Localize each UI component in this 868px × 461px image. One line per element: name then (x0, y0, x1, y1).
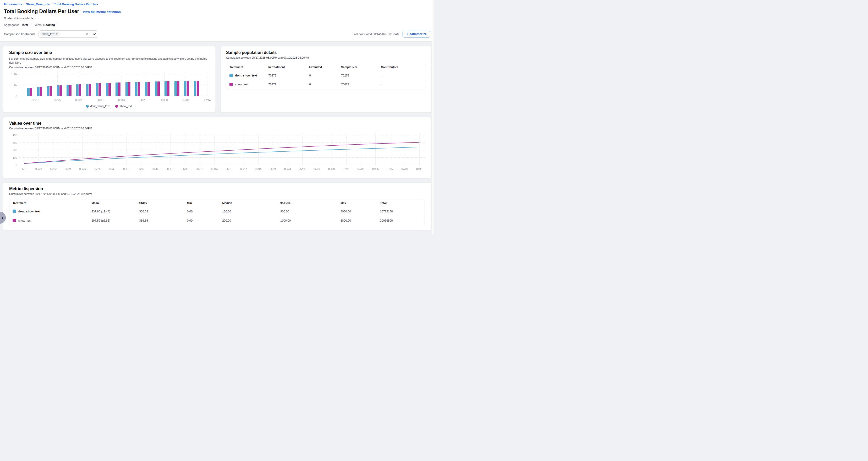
treatment-name: dont_show_text (235, 74, 257, 77)
legend-dot (115, 105, 118, 107)
bar-dont_show_text (96, 83, 98, 96)
values-lines (19, 133, 425, 165)
chip-remove-icon[interactable]: × (56, 33, 58, 35)
gridline (19, 85, 209, 85)
treatment-chip[interactable]: show_text × (40, 32, 60, 36)
bar-show_text (98, 83, 101, 96)
treatment-name-wrap: dont_show_text (12, 210, 86, 213)
gridline (207, 72, 208, 96)
table-cell: 297.52 (±2.86) (88, 216, 136, 225)
treatment-color-swatch (229, 83, 233, 86)
table-row: show_text297.52 (±2.86)386.850.00200.001… (9, 216, 425, 225)
axis-tick-label: 06/19 (255, 167, 262, 171)
treatment-color-swatch (229, 74, 233, 77)
axis-tick-label: 06/15 (226, 167, 232, 171)
gridline (19, 74, 209, 74)
treatment-name: show_text (18, 219, 31, 222)
axis-tick-label: 05/26 (54, 99, 61, 102)
sample-population-title: Sample population details (226, 50, 426, 55)
axis-tick-label: 07/09 (402, 167, 408, 171)
bar-show_text (50, 86, 52, 96)
sample-size-x-axis: 05/1905/2606/0206/0906/1606/2306/3007/07… (19, 96, 209, 103)
axis-tick-label: 06/23 (284, 167, 291, 171)
bar-dont_show_text (27, 88, 30, 96)
legend-dot (86, 105, 89, 107)
axis-tick-label: 05/24 (65, 167, 71, 171)
axis-tick-label: 05/20 (35, 167, 42, 171)
treatment-color-swatch (12, 219, 16, 222)
table-cell: 330.03 (136, 207, 184, 216)
treatment-name: show_text (235, 83, 248, 86)
table-cell: - (378, 80, 426, 89)
bar-show_text (89, 84, 91, 96)
toolbar: Comparison treatments show_text × ✕ Last… (4, 30, 430, 41)
sample-population-card: Sample population details Cumulative bet… (220, 46, 431, 113)
comparison-treatments-select[interactable]: show_text × ✕ (38, 30, 98, 38)
dispersion-body: dont_show_text237.95 (±2.44)330.030.0018… (9, 207, 425, 225)
treatment-cell: dont_show_text (9, 207, 88, 216)
bar-pair (194, 81, 199, 96)
sample-size-subtitle: Cumulative between 05/17/2025 05:00PM an… (9, 66, 209, 69)
description-text: No description available (4, 17, 430, 20)
treatment-cell: show_text (226, 80, 265, 89)
bar-show_text (138, 82, 140, 96)
bar-show_text (30, 88, 32, 96)
bar-dont_show_text (194, 81, 196, 96)
bar-pair (27, 88, 32, 96)
aggregation-label: Aggregation: (4, 23, 20, 27)
axis-tick-label: 06/23 (140, 99, 146, 102)
treatment-name: dont_show_text (18, 210, 40, 213)
sample-size-legend: dont_show_textshow_text (9, 104, 209, 107)
scrollbar[interactable] (432, 0, 434, 234)
legend-item[interactable]: show_text (115, 104, 132, 107)
dispersion-title: Metric dispersion (9, 186, 425, 191)
treatment-name-wrap: dont_show_text (229, 74, 263, 77)
values-title: Values over time (9, 121, 425, 126)
sample-population-subtitle: Cumulative between 05/17/2025 05:00PM an… (226, 56, 426, 59)
sample-size-description: For sum metrics, sample size is the numb… (9, 57, 209, 65)
expand-arrow-icon: ▶ (2, 216, 4, 219)
bar-dont_show_text (57, 85, 59, 96)
bar-show_text (197, 81, 199, 96)
bar-pair (175, 81, 179, 96)
dispersion-header-row: TreatmentMeanStdevMinMedian95 Perc.MaxTo… (9, 199, 425, 207)
page-title: Total Booking Dollars Per User (4, 8, 79, 14)
bar-show_text (108, 83, 111, 96)
select-clear-icon[interactable]: ✕ (85, 32, 88, 36)
dispersion-subtitle: Cumulative between 05/17/2025 05:00PM an… (9, 192, 425, 195)
chevron-down-icon[interactable] (92, 32, 96, 36)
axis-tick-label: 200 (12, 149, 17, 152)
table-cell: 900.00 (277, 207, 337, 216)
bar-dont_show_text (86, 84, 89, 96)
axis-tick-label: 05/28 (94, 167, 100, 171)
bar-dont_show_text (184, 81, 186, 96)
population-header-row: TreatmentIn treatmentExcludedSample size… (226, 63, 426, 71)
axis-tick-label: 07/07 (183, 99, 189, 102)
column-header: Treatment (9, 199, 88, 207)
axis-tick-label: 0 (16, 95, 17, 98)
bar-dont_show_text (76, 84, 79, 96)
axis-tick-label: 06/25 (299, 167, 305, 171)
breadcrumb-experiment-name[interactable]: Show_More_Info (26, 3, 50, 6)
bar-show_text (118, 83, 121, 96)
breadcrumb-experiments[interactable]: Experiments (4, 3, 22, 6)
table-cell: 70275 (265, 71, 306, 80)
gridline (36, 72, 36, 96)
values-x-axis: 05/1805/2005/2205/2405/2605/2805/3006/01… (19, 165, 425, 172)
population-body: dont_show_text70275070275-show_text70472… (226, 71, 426, 89)
view-metric-definition-link[interactable]: View full metric definition (83, 10, 121, 14)
axis-tick-label: 100k (11, 73, 17, 76)
summarize-button[interactable]: ✦ Summarize (403, 31, 430, 37)
axis-tick-label: 06/13 (211, 167, 218, 171)
bar-dont_show_text (66, 85, 69, 96)
values-subtitle: Cumulative between 05/17/2025 05:00PM an… (9, 127, 425, 130)
summarize-button-label: Summarize (410, 32, 427, 36)
breadcrumb-metric-name[interactable]: Total Booking Dollars Per User (54, 3, 98, 6)
table-cell: 70472 (338, 80, 378, 89)
column-header: Sample size (338, 63, 378, 71)
events-value: Booking (43, 23, 55, 27)
sample-population-table: TreatmentIn treatmentExcludedSample size… (226, 63, 426, 89)
legend-item[interactable]: dont_show_text (86, 104, 110, 107)
bar-show_text (79, 84, 81, 96)
bar-pair (76, 84, 81, 96)
